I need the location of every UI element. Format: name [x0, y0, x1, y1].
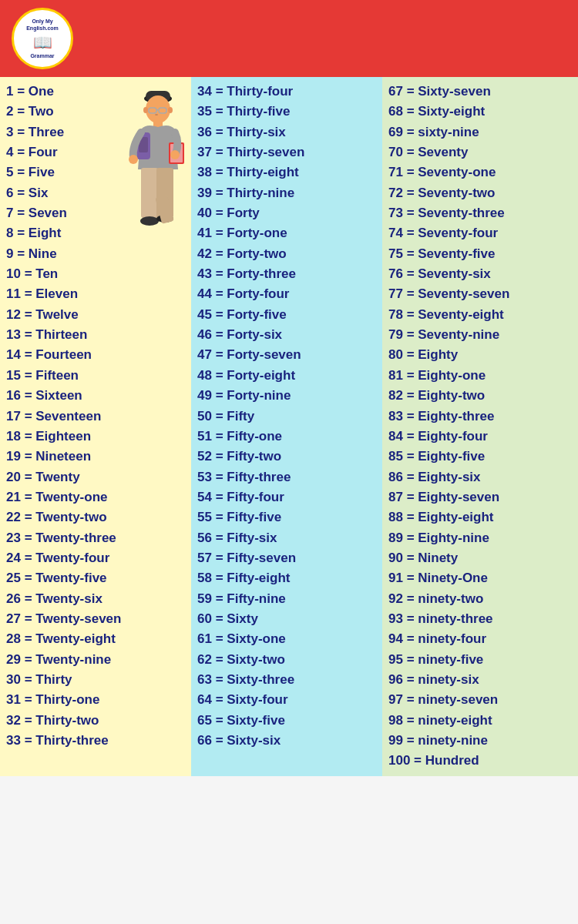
col2-list: 34 = Thirty-four35 = Thirty-five36 = Thi… — [197, 82, 376, 751]
list-item: 30 = Thirty — [6, 670, 185, 690]
logo-bottom-text: Grammar — [30, 53, 54, 59]
list-item: 49 = Forty-nine — [197, 386, 376, 406]
list-item: 79 = Seventy-nine — [388, 325, 572, 345]
list-item: 78 = Seventy-eight — [388, 305, 572, 325]
list-item: 29 = Twenty-nine — [6, 650, 185, 670]
list-item: 38 = Thirty-eight — [197, 162, 376, 182]
list-item: 55 = Fifty-five — [197, 507, 376, 527]
list-item: 70 = Seventy — [388, 142, 572, 162]
list-item: 96 = ninety-six — [388, 670, 572, 690]
list-item: 23 = Twenty-three — [6, 528, 185, 548]
list-item: 43 = Forty-three — [197, 264, 376, 284]
list-item: 17 = Seventeen — [6, 407, 185, 427]
list-item: 94 = ninety-four — [388, 629, 572, 649]
logo-book-icon: 📖 — [33, 33, 52, 52]
list-item: 73 = Seventy-three — [388, 203, 572, 223]
list-item: 89 = Eighty-nine — [388, 528, 572, 548]
list-item: 53 = Fifty-three — [197, 467, 376, 487]
column-1: 1 = One2 = Two3 = Three4 = Four5 = Five6… — [0, 77, 191, 776]
list-item: 76 = Seventy-six — [388, 264, 572, 284]
list-item: 48 = Forty-eight — [197, 366, 376, 386]
list-item: 39 = Thirty-nine — [197, 183, 376, 203]
list-item: 83 = Eighty-three — [388, 407, 572, 427]
list-item: 58 = Fifty-eight — [197, 568, 376, 588]
list-item: 42 = Forty-two — [197, 244, 376, 264]
svg-point-6 — [155, 114, 158, 116]
column-3: 67 = Sixty-seven68 = Sixty-eight69 = six… — [382, 77, 578, 776]
list-item: 41 = Forty-one — [197, 223, 376, 243]
list-item: 11 = Eleven — [6, 284, 185, 304]
list-item: 59 = Fifty-nine — [197, 589, 376, 609]
column-2: 34 = Thirty-four35 = Thirty-five36 = Thi… — [191, 77, 382, 776]
list-item: 44 = Forty-four — [197, 284, 376, 304]
list-item: 33 = Thirty-three — [6, 731, 185, 751]
list-item: 10 = Ten — [6, 264, 185, 284]
list-item: 93 = ninety-three — [388, 609, 572, 629]
list-item: 80 = Eighty — [388, 345, 572, 365]
list-item: 27 = Twenty-seven — [6, 609, 185, 629]
list-item: 52 = Fifty-two — [197, 447, 376, 467]
list-item: 24 = Twenty-four — [6, 548, 185, 568]
list-item: 62 = Sixty-two — [197, 650, 376, 670]
list-item: 90 = Ninety — [388, 548, 572, 568]
list-item: 91 = Ninety-One — [388, 568, 572, 588]
list-item: 32 = Thirty-two — [6, 711, 185, 731]
list-item: 50 = Fifty — [197, 407, 376, 427]
list-item: 68 = Sixty-eight — [388, 102, 572, 122]
list-item: 88 = Eighty-eight — [388, 507, 572, 527]
list-item: 37 = Thirty-seven — [197, 142, 376, 162]
list-item: 56 = Fifty-six — [197, 528, 376, 548]
list-item: 82 = Eighty-two — [388, 386, 572, 406]
svg-point-14 — [129, 155, 138, 164]
list-item: 98 = ninety-eight — [388, 711, 572, 731]
list-item: 47 = Forty-seven — [197, 345, 376, 365]
list-item: 21 = Twenty-one — [6, 487, 185, 507]
list-item: 40 = Forty — [197, 203, 376, 223]
list-item: 72 = Seventy-two — [388, 183, 572, 203]
svg-point-8 — [168, 107, 173, 113]
list-item: 45 = Forty-five — [197, 305, 376, 325]
list-item: 61 = Sixty-one — [197, 629, 376, 649]
list-item: 69 = sixty-nine — [388, 122, 572, 142]
list-item: 97 = ninety-seven — [388, 690, 572, 710]
character-illustration — [102, 77, 191, 254]
list-item: 19 = Nineteen — [6, 447, 185, 467]
list-item: 54 = Fifty-four — [197, 487, 376, 507]
list-item: 57 = Fifty-seven — [197, 548, 376, 568]
list-item: 60 = Sixty — [197, 609, 376, 629]
list-item: 18 = Eighteen — [6, 427, 185, 447]
list-item: 22 = Twenty-two — [6, 507, 185, 527]
list-item: 95 = ninety-five — [388, 650, 572, 670]
list-item: 63 = Sixty-three — [197, 670, 376, 690]
logo-top-text: Only MyEnglish.com — [26, 18, 59, 32]
svg-point-7 — [143, 107, 148, 113]
svg-point-18 — [140, 216, 159, 226]
list-item: 14 = Fourteen — [6, 345, 185, 365]
list-item: 34 = Thirty-four — [197, 82, 376, 102]
list-item: 85 = Eighty-five — [388, 447, 572, 467]
list-item: 16 = Sixteen — [6, 386, 185, 406]
logo: Only MyEnglish.com 📖 Grammar — [12, 8, 73, 69]
list-item: 35 = Thirty-five — [197, 102, 376, 122]
list-item: 86 = Eighty-six — [388, 467, 572, 487]
list-item: 92 = ninety-two — [388, 589, 572, 609]
list-item: 13 = Thirteen — [6, 325, 185, 345]
col3-list: 67 = Sixty-seven68 = Sixty-eight69 = six… — [388, 82, 572, 772]
list-item: 81 = Eighty-one — [388, 366, 572, 386]
list-item: 25 = Twenty-five — [6, 568, 185, 588]
list-item: 66 = Sixty-six — [197, 731, 376, 751]
header: Only MyEnglish.com 📖 Grammar — [0, 0, 578, 77]
list-item: 31 = Thirty-one — [6, 690, 185, 710]
list-item: 87 = Eighty-seven — [388, 487, 572, 507]
list-item: 51 = Fifty-one — [197, 427, 376, 447]
list-item: 74 = Seventy-four — [388, 223, 572, 243]
list-item: 15 = Fifteen — [6, 366, 185, 386]
list-item: 28 = Twenty-eight — [6, 629, 185, 649]
list-item: 67 = Sixty-seven — [388, 82, 572, 102]
list-item: 71 = Seventy-one — [388, 162, 572, 182]
list-item: 12 = Twelve — [6, 305, 185, 325]
list-item: 77 = Seventy-seven — [388, 284, 572, 304]
list-item: 64 = Sixty-four — [197, 690, 376, 710]
list-item: 75 = Seventy-five — [388, 244, 572, 264]
svg-rect-16 — [141, 168, 158, 218]
